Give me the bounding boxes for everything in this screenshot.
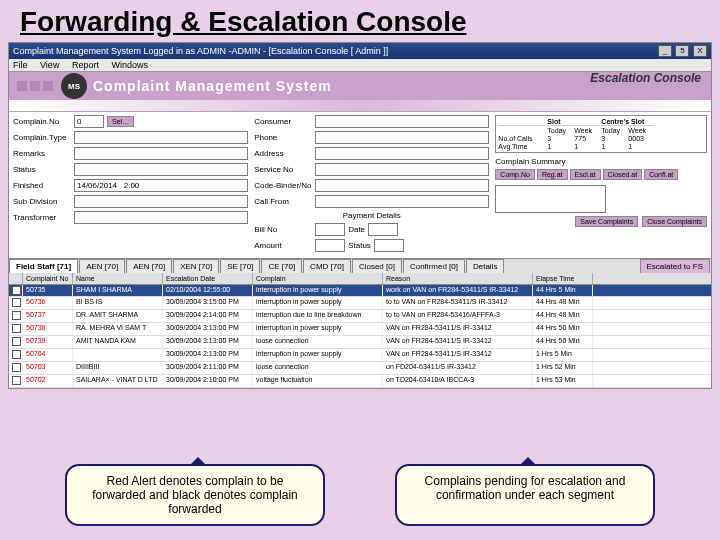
address-input[interactable] (315, 147, 489, 160)
cell-no: 50704 (23, 349, 73, 361)
stats-r5: Week (628, 127, 654, 134)
table-row[interactable]: 50739AMIT NANDA KAM30/09/2004 3:13:00 PM… (9, 336, 711, 349)
callfrom-input[interactable] (315, 195, 489, 208)
finished-input[interactable] (74, 179, 248, 192)
cell-reason: on TD204-63410/A IBCCA-3 (383, 375, 533, 387)
hdr-elapse[interactable]: Elapse Time (533, 273, 593, 284)
consumer-input[interactable] (315, 115, 489, 128)
billno-input[interactable] (315, 223, 345, 236)
stats-a5: 0003 (628, 135, 654, 142)
cell-no: 50703 (23, 362, 73, 374)
cell-reason: to to VAN on FR284-53416/AFFFA-3 (383, 310, 533, 322)
row-checkbox[interactable] (12, 324, 21, 333)
cell-elapse: 44 Hrs 48 Min (533, 297, 593, 309)
tab-ce[interactable]: CE [70] (261, 259, 302, 273)
minimize-button[interactable]: _ (658, 45, 672, 57)
table-row[interactable]: 50703DIIIIBIII30/09/2004 2:11:00 PMloose… (9, 362, 711, 375)
tab-details[interactable]: Details (466, 259, 504, 273)
tab-conflat[interactable]: Confl.at (644, 169, 678, 180)
row-checkbox[interactable] (12, 363, 21, 372)
row-checkbox[interactable] (12, 350, 21, 359)
hdr-name[interactable]: Name (73, 273, 163, 284)
cell-elapse: 44 Hrs 5 Min (533, 285, 593, 296)
tab-esclat[interactable]: Escl.at (570, 169, 601, 180)
remarks-label: Remarks (13, 149, 71, 158)
finished-label: Finished (13, 181, 71, 190)
menu-windows[interactable]: Windows (111, 60, 148, 70)
consumer-label: Consumer (254, 117, 312, 126)
complain-type-input[interactable] (74, 131, 248, 144)
service-input[interactable] (315, 163, 489, 176)
row-checkbox[interactable] (12, 337, 21, 346)
table-row[interactable]: 50702SAILARA× - VINAT D LTD30/09/2004 2:… (9, 375, 711, 388)
table-row[interactable]: 50738RA. MEHRA VI SAM T30/09/2004 3:13:0… (9, 323, 711, 336)
hdr-no[interactable]: Complaint No (23, 273, 73, 284)
summary-area[interactable] (495, 185, 606, 213)
titlebar: Complaint Management System Logged in as… (9, 43, 711, 59)
stats-box: SlotCentre's Slot TodayWeekTodayWeek No.… (495, 115, 707, 153)
slide-title: Forwarding & Escalation Console (0, 0, 720, 42)
hdr-complain[interactable]: Complain (253, 273, 383, 284)
maximize-button[interactable]: 5 (675, 45, 689, 57)
hdr-reason[interactable]: Reason (383, 273, 533, 284)
cell-no: 50739 (23, 336, 73, 348)
save-complaints-button[interactable]: Save Complaints (575, 216, 638, 227)
table-row[interactable]: 5070430/09/2004 2:13:00 PMinterruption i… (9, 349, 711, 362)
close-button[interactable]: X (693, 45, 707, 57)
stats-b4: 1 (601, 143, 627, 150)
stats-b3: 1 (574, 143, 600, 150)
row-checkbox[interactable] (12, 376, 21, 385)
stripe (9, 100, 711, 112)
cell-complain: voltage fluctuation (253, 375, 383, 387)
complain-no-input[interactable] (74, 115, 104, 128)
row-checkbox[interactable] (12, 298, 21, 307)
menu-view[interactable]: View (40, 60, 59, 70)
menu-report[interactable]: Report (72, 60, 99, 70)
cell-date: 30/09/2004 2:13:00 PM (163, 349, 253, 361)
row-checkbox[interactable]: ✓ (12, 286, 21, 295)
tab-cmd[interactable]: CMD [70] (303, 259, 351, 273)
tab-fieldstaff[interactable]: Field Staff [71] (9, 259, 78, 273)
service-label: Service No (254, 165, 312, 174)
subdiv-input[interactable] (74, 195, 248, 208)
tab-se[interactable]: SE [70] (220, 259, 260, 273)
cell-name: SHAM I SHARMA (73, 285, 163, 296)
tab-compno[interactable]: Comp.No (495, 169, 535, 180)
table-row[interactable]: 50736BI BS IS30/09/2004 3:15:00 PMinterr… (9, 297, 711, 310)
tab-regat[interactable]: Reg.at (537, 169, 568, 180)
row-checkbox[interactable] (12, 311, 21, 320)
cell-reason: VAN on FR284-53411/S IR-33412 (383, 349, 533, 361)
tab-closedat[interactable]: Closed.at (603, 169, 643, 180)
pstatus-input[interactable] (374, 239, 404, 252)
cell-reason: VAN on FR284-53411/S IR-33412 (383, 336, 533, 348)
select-button[interactable]: Sel… (107, 116, 134, 127)
tab-aen1[interactable]: AEN [70] (79, 259, 125, 273)
cell-date: 30/09/2004 2:10:00 PM (163, 375, 253, 387)
tab-confirmed[interactable]: Confirmed [0] (403, 259, 465, 273)
phone-input[interactable] (315, 131, 489, 144)
codebinder-input[interactable] (315, 179, 489, 192)
table-row[interactable]: ✓50735SHAM I SHARMA02/10/2004 12:55:00in… (9, 285, 711, 297)
remarks-input[interactable] (74, 147, 248, 160)
banner-title: Complaint Management System (93, 78, 332, 94)
date-label: Date (348, 225, 365, 234)
banner: MS Complaint Management System Escalatio… (9, 72, 711, 100)
tab-xen[interactable]: XEN [70] (173, 259, 219, 273)
status-label: Status (13, 165, 71, 174)
table-row[interactable]: 50737DR. AMIT SHARMA30/09/2004 2:14:00 P… (9, 310, 711, 323)
tab-aen2[interactable]: AEN [70] (126, 259, 172, 273)
date-input[interactable] (368, 223, 398, 236)
hdr-date[interactable]: Escalation Date (163, 273, 253, 284)
status-input[interactable] (74, 163, 248, 176)
menu-file[interactable]: File (13, 60, 28, 70)
transformer-input[interactable] (74, 211, 248, 224)
stats-h3 (574, 118, 600, 126)
tab-closed[interactable]: Closed [0] (352, 259, 402, 273)
amount-input[interactable] (315, 239, 345, 252)
cell-date: 30/09/2004 2:11:00 PM (163, 362, 253, 374)
grid-header: Complaint No Name Escalation Date Compla… (9, 273, 711, 285)
cell-date: 30/09/2004 3:15:00 PM (163, 297, 253, 309)
stats-b5: 1 (628, 143, 654, 150)
tab-escalated[interactable]: Escalated to FS (640, 259, 710, 273)
close-complaints-button[interactable]: Close Complaints (642, 216, 707, 227)
